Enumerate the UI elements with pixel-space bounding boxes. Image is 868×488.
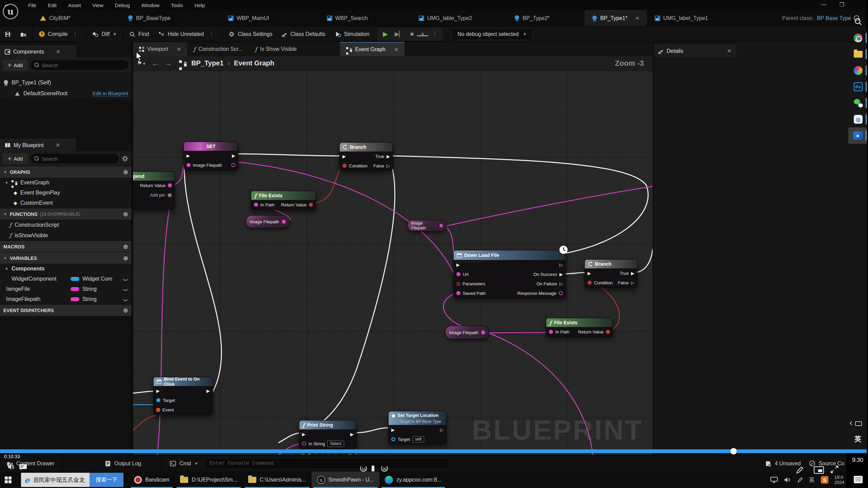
expand-triangle-icon[interactable]: ▼: [3, 212, 7, 216]
exec-false-pin[interactable]: [387, 163, 390, 168]
close-icon[interactable]: ✕: [177, 46, 181, 53]
menu-help[interactable]: Help: [189, 2, 211, 8]
components-tree-child[interactable]: DefaultSceneRoot Edit in Blueprint: [0, 88, 132, 99]
pin-string-out[interactable]: [168, 183, 172, 187]
exec-in-pin[interactable]: [391, 427, 395, 432]
dock-photos[interactable]: [848, 62, 868, 79]
node-branch-2[interactable]: Branch True ConditionFalse: [585, 259, 637, 288]
sidebar-collapse-icon[interactable]: ‹: [849, 418, 852, 428]
pin-map-in[interactable]: [456, 282, 460, 286]
tab-citybim[interactable]: CityBIM*: [33, 10, 78, 26]
macros-section-header[interactable]: MACROS ⊕: [0, 241, 132, 252]
menu-tools[interactable]: Tools: [165, 2, 189, 8]
exec-in-pin[interactable]: [456, 262, 460, 267]
video-back-icon[interactable]: ←: [3, 1, 10, 8]
eye-closed-icon[interactable]: [123, 288, 128, 291]
taskbar-item-folder-d[interactable]: D:\UEProject\Sm...: [175, 472, 242, 488]
debug-object-dropdown[interactable]: No debug object selected ▼: [452, 28, 532, 40]
play-options-icon[interactable]: ⋮: [428, 30, 441, 38]
ie-search-widget[interactable]: e 居民家中现五爪金龙 搜索一下: [21, 473, 123, 487]
close-icon[interactable]: ✕: [56, 48, 60, 55]
node-append[interactable]: Append AReturn Value BAdd pin⊕ C: [133, 171, 175, 209]
my-blueprint-add-button[interactable]: Add: [3, 154, 27, 164]
node-file-exists-2[interactable]: ƒFile Exists In PathReturn Value: [546, 318, 613, 337]
expand-triangle-icon[interactable]: ▼: [3, 256, 7, 260]
menu-asset[interactable]: Asset: [62, 2, 87, 8]
pin-string-in[interactable]: [186, 163, 191, 167]
components-search[interactable]: [31, 60, 129, 70]
pin-string-out[interactable]: [231, 163, 235, 167]
hide-unrelated-options-icon[interactable]: ⋮: [207, 31, 216, 37]
components-add-button[interactable]: Add: [3, 60, 27, 70]
node-branch-1[interactable]: Branch True ConditionFalse: [339, 142, 393, 171]
exec-out-pin[interactable]: [350, 432, 354, 437]
taskbar-search-button[interactable]: 搜索一下: [90, 473, 123, 487]
simulation-button[interactable]: Simulation: [330, 26, 374, 42]
tab-construction-script[interactable]: ƒConstruction Scr...: [187, 42, 249, 56]
edit-in-blueprint-link[interactable]: Edit in Blueprint: [93, 90, 128, 97]
menu-window[interactable]: Window: [136, 2, 165, 8]
eject-icon[interactable]: ▲: [417, 32, 428, 36]
compile-options-icon[interactable]: ⋮: [71, 31, 80, 37]
my-blueprint-search[interactable]: [31, 154, 119, 163]
play-icon[interactable]: ▶: [379, 30, 391, 38]
dock-chrome[interactable]: [848, 30, 868, 46]
my-blueprint-search-input[interactable]: [42, 156, 115, 162]
video-notes-icon[interactable]: [854, 476, 863, 483]
video-subtitle-icon[interactable]: [19, 464, 27, 472]
tab-bp-basetype[interactable]: BP_BaseType: [120, 10, 178, 26]
video-forward30-icon[interactable]: 30: [381, 465, 388, 471]
node-set-image-filepath[interactable]: SET Image Filepath: [183, 142, 238, 170]
pin-string-out[interactable]: [481, 330, 485, 334]
close-icon[interactable]: ✕: [394, 46, 398, 53]
pin-url-in[interactable]: [456, 272, 460, 276]
find-button[interactable]: Find: [124, 26, 154, 42]
exec-out-pin[interactable]: [559, 262, 563, 267]
breadcrumb-root[interactable]: BP_Type1: [191, 59, 223, 67]
exec-on-success-pin[interactable]: [559, 272, 563, 277]
dock-app[interactable]: ◎: [848, 111, 868, 127]
add-dispatcher-icon[interactable]: ⊕: [123, 307, 128, 314]
taskbar-item-folder-c[interactable]: C:\Users\Adminis...: [243, 472, 312, 488]
eye-closed-icon[interactable]: [123, 298, 128, 301]
taskbar-item-smoothpawn[interactable]: uSmoothPawn - U...: [312, 472, 379, 488]
menu-debug[interactable]: Debug: [109, 2, 136, 8]
browse-button[interactable]: [16, 26, 31, 42]
tray-monitor-icon[interactable]: [770, 477, 778, 483]
node-download-file[interactable]: Down Load File UrlOn Success ParametersO…: [453, 250, 566, 298]
getter-image-filepath-3[interactable]: Image Filepath: [445, 326, 489, 339]
variables-category-components[interactable]: ▼Components: [0, 264, 132, 274]
my-blueprint-panel-tab[interactable]: My Blueprint ✕: [0, 139, 76, 151]
dock-photoshop[interactable]: Ps: [848, 79, 868, 95]
class-settings-button[interactable]: Class Settings: [224, 26, 277, 42]
exec-true-pin[interactable]: [631, 271, 634, 276]
video-progress-knob[interactable]: [730, 448, 737, 454]
tab-bp-type2[interactable]: BP_Type2*: [507, 10, 557, 26]
console-command-box[interactable]: [205, 458, 449, 469]
forward-icon[interactable]: →: [164, 59, 172, 68]
components-search-input[interactable]: [42, 62, 125, 68]
pin-string-out[interactable]: [559, 291, 563, 295]
variable-row[interactable]: IamgeFile String: [0, 284, 132, 294]
pin-object-in[interactable]: [156, 398, 160, 402]
menu-edit[interactable]: Edit: [42, 2, 62, 8]
exec-in-pin[interactable]: [302, 432, 305, 437]
pin-delegate-in[interactable]: [156, 408, 160, 412]
graphs-section-header[interactable]: ▼ GRAPHS ⊕: [0, 166, 132, 178]
eye-closed-icon[interactable]: [123, 278, 128, 281]
in-string-value[interactable]: Select: [327, 441, 344, 447]
details-panel-tab[interactable]: Details ✕: [653, 45, 736, 57]
close-icon[interactable]: ✕: [727, 48, 731, 54]
tray-sogou-icon[interactable]: S: [821, 476, 828, 484]
pin-string-in[interactable]: [254, 203, 258, 207]
video-volume-icon[interactable]: [7, 464, 15, 472]
pin-string-in[interactable]: [549, 330, 553, 334]
tab-wbp-mainui[interactable]: WBP_MainUI: [221, 10, 277, 26]
video-pencil-icon[interactable]: [795, 466, 804, 476]
cmd-dropdown[interactable]: Cmd ▼: [163, 455, 205, 472]
start-button[interactable]: [0, 472, 16, 488]
node-bind-event-on-click[interactable]: Bind Event to On Click Target Event: [153, 377, 213, 415]
is-show-visible-item[interactable]: ƒisShowVisible: [0, 230, 132, 241]
add-pin-icon[interactable]: ⊕: [167, 192, 172, 198]
pin-string-in[interactable]: [302, 442, 306, 446]
